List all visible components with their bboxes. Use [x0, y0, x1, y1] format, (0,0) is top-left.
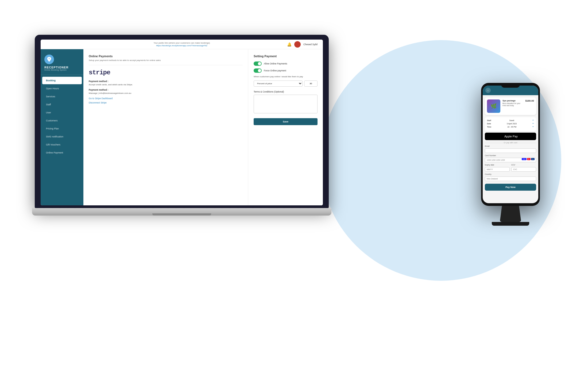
- service-image: 🌿: [487, 99, 500, 113]
- payment-question: When customers pay online I would like t…: [254, 75, 318, 78]
- allow-online-label: Allow Online Payments: [264, 62, 287, 65]
- date-label: Date: [487, 123, 491, 125]
- country-label: Country: [485, 173, 536, 175]
- percent-value-input[interactable]: [304, 80, 318, 87]
- pay-now-button[interactable]: Pay Now: [485, 184, 536, 191]
- phone-notch: [501, 83, 520, 88]
- payment-percent-row: Percent of price: [254, 80, 318, 87]
- apple-pay-label: Apple Pay: [504, 135, 518, 138]
- ccv-field: CCV: [511, 164, 536, 173]
- sidebar-item-gift[interactable]: Gift Vouchers: [42, 141, 82, 148]
- disconnect-stripe-link[interactable]: Disconnect Stripe: [89, 101, 243, 104]
- ccv-label: CCV: [511, 164, 536, 166]
- terms-label: Terms & Conditions (Optional): [254, 90, 318, 93]
- or-divider: Or pay with card: [483, 142, 538, 144]
- public-link-section: Your public link (where your customers c…: [154, 42, 210, 47]
- terms-textarea[interactable]: [254, 95, 318, 113]
- time-edit[interactable]: ✏: [532, 126, 534, 128]
- logo-icon: [46, 56, 52, 62]
- stripe-logo: stripe: [89, 69, 243, 76]
- sidebar-item-booking[interactable]: Booking: [42, 77, 82, 84]
- sidebar-item-services[interactable]: Services: [42, 93, 82, 100]
- payment-merchant-label: Payment method :: [89, 89, 243, 91]
- ccv-input[interactable]: [511, 167, 536, 172]
- force-online-label: Force Online payment: [264, 69, 286, 72]
- staff-label: Staff: [487, 120, 491, 121]
- sidebar-item-payment[interactable]: Online Payment: [42, 149, 82, 156]
- email-label: Email: [485, 145, 536, 147]
- laptop-bezel: Your public link (where your customers c…: [35, 35, 329, 208]
- main-content: Online Payments Setup your payment metho…: [83, 49, 323, 205]
- stand-base: [492, 222, 529, 226]
- booking-details: Staff Sandi ✏ Date 3 April 2023 ✏ Time 1…: [485, 117, 536, 131]
- service-price: $180.00: [525, 99, 534, 102]
- public-link-url[interactable]: https://bookings.receptionerapp.com/This…: [156, 44, 207, 47]
- save-button[interactable]: Save: [254, 118, 318, 125]
- staff-edit[interactable]: ✏: [532, 119, 534, 121]
- bell-icon[interactable]: 🔔: [287, 42, 292, 47]
- setting-payment-panel: Setting Payment Allow Online Payments Fo…: [248, 49, 323, 205]
- online-payments-panel: Online Payments Setup your payment metho…: [83, 49, 248, 205]
- expiry-label: Expiry date: [485, 164, 510, 166]
- setting-payment-title: Setting Payment: [254, 55, 318, 58]
- laptop-mockup: Your public link (where your customers c…: [35, 35, 329, 216]
- divider-1: [89, 65, 243, 65]
- logo-text: RECEPTIONER: [44, 66, 68, 69]
- sidebar-item-open-hours[interactable]: Open Hours: [42, 85, 82, 92]
- sidebar-item-sms[interactable]: SMS notification: [42, 133, 82, 140]
- allow-online-row: Allow Online Payments: [254, 62, 318, 66]
- service-desc: Best relaxation for your mind and body: [502, 102, 523, 107]
- or-label: Or pay with card: [504, 142, 517, 144]
- go-to-stripe-link[interactable]: Go to Stripe Dashboard: [89, 97, 243, 100]
- online-payments-title: Online Payments: [89, 55, 243, 58]
- phone-back-button[interactable]: ‹: [485, 88, 491, 93]
- app-topbar: Your public link (where your customers c…: [41, 40, 323, 49]
- expiry-field: Expiry date: [485, 164, 510, 173]
- payment-merchant-value: Massage | info@bestmassageintown.com.au: [89, 92, 243, 94]
- user-name: Chesed Sybil: [303, 43, 318, 46]
- logo-sub: Online Booking System: [44, 69, 67, 71]
- allow-online-toggle[interactable]: [254, 62, 262, 66]
- amex-icon: AE: [531, 158, 535, 160]
- app-body: RECEPTIONER Online Booking System Bookin…: [41, 49, 323, 205]
- card-icons: VISA MC AE: [522, 158, 535, 160]
- avatar: [294, 41, 301, 48]
- country-input[interactable]: [485, 176, 536, 181]
- public-link-label: Your public link (where your customers c…: [154, 42, 210, 44]
- phone-mockup: ‹ 🌿 Spa package Best relaxation for your…: [481, 83, 540, 226]
- time-row: Time 10 : 45 PM ✏: [487, 126, 534, 128]
- laptop-base: [32, 208, 331, 216]
- service-name: Spa package: [502, 99, 523, 102]
- time-label: Time: [487, 126, 491, 128]
- topbar-right: 🔔 Chesed Sybil: [287, 41, 318, 48]
- time-value: 10 : 45 PM: [507, 126, 516, 128]
- card-field-wrapper: VISA MC AE: [485, 157, 536, 164]
- expiry-input[interactable]: [485, 167, 510, 172]
- sidebar-item-user[interactable]: User: [42, 109, 82, 116]
- payment-method-label: Payment method :: [89, 80, 243, 83]
- sidebar: RECEPTIONER Online Booking System Bookin…: [41, 49, 83, 205]
- stand-body: [500, 206, 521, 222]
- email-input[interactable]: [485, 148, 536, 153]
- staff-row: Staff Sandi ✏: [487, 119, 534, 121]
- card-number-label: Card Number: [485, 155, 536, 156]
- date-value: 3 April 2023: [507, 123, 517, 125]
- sidebar-item-staff[interactable]: Staff: [42, 101, 82, 108]
- sidebar-item-pricing[interactable]: Pricing Plan: [42, 125, 82, 132]
- phone-screen: ‹ 🌿 Spa package Best relaxation for your…: [483, 86, 538, 203]
- laptop-screen: Your public link (where your customers c…: [41, 40, 323, 205]
- date-edit[interactable]: ✏: [532, 122, 534, 125]
- percent-select[interactable]: Percent of price: [254, 80, 303, 87]
- service-card: 🌿 Spa package Best relaxation for your m…: [485, 97, 536, 115]
- force-online-row: Force Online payment: [254, 68, 318, 73]
- date-row: Date 3 April 2023 ✏: [487, 122, 534, 125]
- apple-pay-button[interactable]: Apple Pay: [485, 133, 536, 140]
- sidebar-item-customers[interactable]: Customers: [42, 117, 82, 124]
- staff-value: Sandi: [509, 120, 514, 121]
- payment-form: Email Card Number VISA MC AE Expiry date: [483, 145, 538, 191]
- online-payments-subtitle: Setup your payment methods to be able to…: [89, 59, 243, 62]
- force-online-toggle[interactable]: [254, 68, 262, 73]
- phone-stand: [486, 206, 535, 226]
- payment-method-value: Accept credit cards, and debit cards via…: [89, 83, 243, 86]
- mc-icon: MC: [527, 158, 531, 160]
